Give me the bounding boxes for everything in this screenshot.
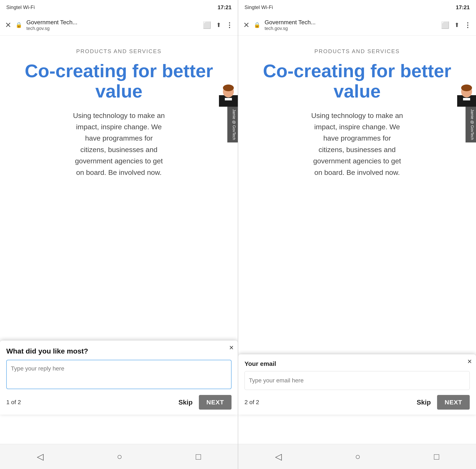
- page-content-2: PRODUCTS AND SERVICES Co-creating for be…: [238, 35, 476, 444]
- browser-title-2: Government Tech...: [265, 19, 437, 26]
- svg-rect-3: [225, 98, 232, 100]
- carrier-2: Singtel Wi-Fi: [244, 4, 273, 10]
- survey-popup-1: × What did you like most? 1 of 2 Skip NE…: [0, 340, 238, 415]
- progress-2: 2 of 2: [244, 399, 259, 406]
- popup-question-1: What did you like most?: [6, 346, 232, 356]
- home-button-2[interactable]: ○: [355, 452, 360, 462]
- time-1: 17:21: [218, 4, 232, 11]
- browser-domain-2: tech.gov.sg: [265, 26, 437, 31]
- url-bar-1[interactable]: Government Tech... tech.gov.sg: [26, 19, 199, 31]
- footer-actions-1: Skip NEXT: [178, 395, 232, 410]
- next-button-1[interactable]: NEXT: [199, 395, 232, 410]
- close-tab-icon-2[interactable]: ✕: [243, 21, 250, 30]
- email-label-2: Your email: [244, 360, 470, 367]
- popup-close-2[interactable]: ×: [467, 358, 472, 365]
- browser-actions-2: ⬜ ⬆ ⋮: [441, 21, 471, 29]
- chatbot-tab-label-1: Jamie @ GovTech: [232, 109, 236, 140]
- page-description-1: Using technology to make an impact, insp…: [73, 110, 165, 178]
- popup-close-1[interactable]: ×: [229, 344, 234, 351]
- survey-popup-2: × Your email 2 of 2 Skip NEXT: [238, 354, 476, 415]
- status-bar-1: Singtel Wi-Fi 17:21: [0, 0, 238, 15]
- section-label-2: PRODUCTS AND SERVICES: [314, 48, 400, 55]
- status-bar-2: Singtel Wi-Fi 17:21: [238, 0, 476, 15]
- bottom-nav-1: ◁ ○ □: [0, 444, 238, 469]
- browser-bar-1: ✕ 🔒 Government Tech... tech.gov.sg ⬜ ⬆ ⋮: [0, 15, 238, 35]
- progress-1: 1 of 2: [6, 399, 21, 406]
- reply-input-1[interactable]: [6, 360, 232, 389]
- url-bar-2[interactable]: Government Tech... tech.gov.sg: [265, 19, 437, 31]
- footer-actions-2: Skip NEXT: [417, 395, 470, 410]
- close-tab-icon-1[interactable]: ✕: [5, 21, 11, 30]
- bookmark-icon-2[interactable]: ⬜: [441, 21, 449, 29]
- bottom-nav-2: ◁ ○ □: [238, 444, 476, 469]
- share-icon-2[interactable]: ⬆: [454, 22, 459, 29]
- carrier-1: Singtel Wi-Fi: [6, 4, 35, 10]
- svg-point-6: [461, 84, 472, 91]
- svg-point-2: [223, 84, 234, 91]
- svg-rect-7: [463, 98, 470, 100]
- back-button-2[interactable]: ◁: [275, 452, 282, 462]
- popup-footer-2: 2 of 2 Skip NEXT: [244, 395, 470, 410]
- home-button-1[interactable]: ○: [117, 452, 122, 462]
- share-icon-1[interactable]: ⬆: [216, 22, 221, 29]
- browser-actions-1: ⬜ ⬆ ⋮: [203, 21, 233, 29]
- more-icon-2[interactable]: ⋮: [464, 21, 471, 29]
- more-icon-1[interactable]: ⋮: [226, 21, 233, 29]
- time-2: 17:21: [456, 4, 470, 11]
- next-button-2[interactable]: NEXT: [437, 395, 470, 410]
- page-content-1: PRODUCTS AND SERVICES Co-creating for be…: [0, 35, 238, 444]
- chatbot-tab-label-2: Jamie @ GovTech: [470, 109, 474, 140]
- phone-panel-1: Singtel Wi-Fi 17:21 ✕ 🔒 Government Tech.…: [0, 0, 238, 469]
- chatbot-tab-1[interactable]: Jamie @ GovTech: [227, 107, 238, 143]
- recent-button-2[interactable]: □: [434, 452, 439, 462]
- bookmark-icon-1[interactable]: ⬜: [203, 21, 211, 29]
- page-description-2: Using technology to make an impact, insp…: [311, 110, 403, 178]
- skip-button-2[interactable]: Skip: [417, 399, 431, 406]
- browser-domain-1: tech.gov.sg: [26, 26, 199, 31]
- chatbot-tab-2[interactable]: Jamie @ GovTech: [466, 107, 476, 143]
- phone-panel-2: Singtel Wi-Fi 17:21 ✕ 🔒 Government Tech.…: [238, 0, 476, 469]
- chatbot-avatar-1[interactable]: [219, 84, 238, 107]
- skip-button-1[interactable]: Skip: [178, 399, 193, 406]
- recent-button-1[interactable]: □: [196, 452, 201, 462]
- popup-footer-1: 1 of 2 Skip NEXT: [6, 395, 232, 410]
- lock-icon-1: 🔒: [16, 22, 22, 28]
- lock-icon-2: 🔒: [254, 22, 260, 28]
- browser-bar-2: ✕ 🔒 Government Tech... tech.gov.sg ⬜ ⬆ ⋮: [238, 15, 476, 35]
- back-button-1[interactable]: ◁: [37, 452, 44, 462]
- section-label-1: PRODUCTS AND SERVICES: [76, 48, 162, 55]
- chatbot-avatar-2[interactable]: [457, 84, 476, 107]
- browser-title-1: Government Tech...: [26, 19, 199, 26]
- email-input-2[interactable]: [244, 371, 470, 390]
- page-title-2: Co-creating for better value: [247, 61, 468, 101]
- page-title-1: Co-creating for better value: [8, 61, 229, 101]
